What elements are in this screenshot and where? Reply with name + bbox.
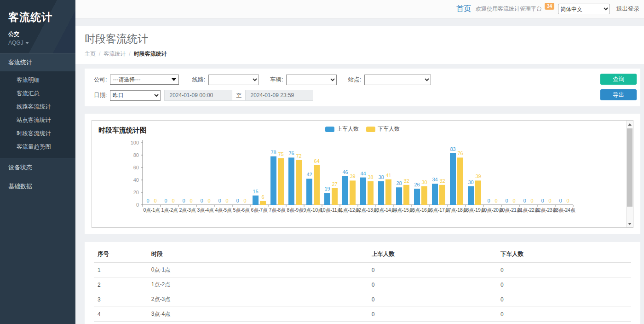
station-select[interactable] — [364, 75, 431, 85]
cell-period: 4点-5点 — [148, 322, 368, 324]
svg-text:38: 38 — [368, 174, 373, 180]
svg-text:64: 64 — [314, 158, 319, 164]
cell-index: 5 — [94, 322, 148, 324]
svg-text:15: 15 — [253, 189, 258, 194]
date-range-separator: 至 — [232, 90, 245, 101]
vehicle-label: 车辆: — [270, 76, 283, 84]
company-switcher[interactable]: AQGJ — [8, 40, 75, 46]
svg-text:0: 0 — [512, 198, 515, 203]
sidebar-item-station-stats[interactable]: 站点客流统计 — [0, 114, 75, 127]
sidebar-brand: 客流统计 公交 AQGJ — [0, 0, 75, 53]
svg-text:75: 75 — [278, 151, 283, 157]
breadcrumb-home[interactable]: 主页 — [85, 51, 96, 57]
cell-boarding: 0 — [368, 322, 497, 324]
logout-link[interactable]: 退出登录 — [616, 5, 639, 13]
filter-actions: 查询 导出 — [600, 74, 637, 100]
table-header-row: 序号 时段 上车人数 下车人数 — [94, 246, 631, 263]
cell-boarding: 0 — [368, 307, 497, 322]
legend-label-boarding: 上车人数 — [337, 125, 359, 133]
svg-text:32: 32 — [403, 178, 409, 184]
cell-index: 3 — [94, 292, 148, 307]
svg-text:28: 28 — [396, 180, 402, 186]
sidebar-item-flow-trend[interactable]: 客流量趋势图 — [0, 140, 75, 154]
svg-text:78: 78 — [270, 150, 276, 155]
filter-row-1: 公司: ---请选择--- 线路: 车辆: 站点: — [91, 74, 634, 85]
sidebar-item-passenger-stats-group[interactable]: 客流统计 — [0, 53, 75, 71]
svg-text:30: 30 — [468, 179, 473, 185]
legend-item-alighting[interactable]: 下车人数 — [366, 125, 400, 133]
svg-text:60: 60 — [133, 165, 139, 170]
svg-text:19: 19 — [324, 186, 330, 191]
svg-text:100: 100 — [131, 140, 139, 145]
svg-text:23点-24点: 23点-24点 — [553, 207, 575, 213]
svg-text:39: 39 — [350, 174, 355, 179]
col-header-index: 序号 — [94, 246, 148, 263]
date-preset-select[interactable]: 昨日 — [110, 90, 161, 101]
svg-text:27: 27 — [332, 181, 337, 187]
scrollbar-thumb[interactable] — [627, 128, 632, 207]
svg-text:0: 0 — [136, 202, 139, 208]
vehicle-select[interactable] — [286, 75, 337, 85]
svg-text:20: 20 — [133, 190, 139, 195]
scrollbar-up-button[interactable] — [627, 121, 633, 127]
svg-text:3点-4点: 3点-4点 — [197, 207, 214, 213]
sidebar-item-period-stats[interactable]: 时段客流统计 — [0, 127, 75, 140]
svg-text:0: 0 — [190, 198, 192, 203]
page-title: 时段客流统计 — [85, 32, 635, 46]
home-link[interactable]: 首页 — [456, 4, 471, 14]
cell-alighting: 0 — [497, 292, 631, 307]
table-row: 21点-2点00 — [94, 278, 631, 292]
breadcrumb-separator: / — [99, 51, 100, 57]
cell-period: 0点-1点 — [148, 263, 368, 278]
date-from-input[interactable] — [164, 90, 232, 101]
chart-panel: 时段车流统计图 上车人数 下车人数 0204060801000点-1点001点-… — [85, 114, 640, 234]
svg-text:8点-9点: 8点-9点 — [287, 207, 304, 213]
legend-item-boarding[interactable]: 上车人数 — [325, 125, 359, 133]
svg-text:0: 0 — [200, 198, 203, 203]
main-area: 首页 欢迎使用客流统计管理平台 34 简体中文 退出登录 时段客流统计 主页/客… — [75, 0, 644, 324]
search-button[interactable]: 查询 — [600, 74, 637, 85]
sidebar-item-device-status[interactable]: 设备状态 — [0, 158, 75, 177]
company-select[interactable]: ---请选择--- — [110, 75, 179, 85]
bar-chart: 0204060801000点-1点001点-2点002点-3点003点-4点00… — [92, 138, 626, 226]
svg-text:0: 0 — [548, 198, 551, 203]
svg-text:44: 44 — [360, 171, 366, 176]
company-name: 公交 — [8, 30, 75, 38]
svg-text:0: 0 — [154, 198, 156, 203]
svg-text:0: 0 — [172, 198, 174, 203]
svg-text:39: 39 — [475, 174, 481, 179]
welcome-text: 欢迎使用客流统计管理平台 — [476, 5, 542, 13]
breadcrumb-separator: / — [129, 51, 130, 57]
svg-text:76: 76 — [288, 150, 294, 156]
sidebar-item-line-stats[interactable]: 线路客流统计 — [0, 100, 75, 114]
language-select[interactable]: 简体中文 — [558, 4, 610, 14]
svg-text:2点-3点: 2点-3点 — [179, 207, 196, 213]
svg-text:5点-6点: 5点-6点 — [233, 207, 250, 213]
app-logo: 客流统计 — [8, 10, 75, 24]
svg-text:6: 6 — [261, 194, 264, 200]
chart-vertical-scrollbar[interactable] — [626, 121, 633, 227]
cell-index: 4 — [94, 307, 148, 322]
export-button[interactable]: 导出 — [600, 89, 637, 100]
notification-badge: 34 — [545, 3, 554, 10]
svg-text:0: 0 — [225, 198, 228, 203]
breadcrumb: 主页/客流统计/时段客流统计 — [85, 50, 635, 58]
cell-period: 2点-3点 — [148, 292, 368, 307]
svg-text:0: 0 — [487, 198, 490, 203]
svg-text:0: 0 — [218, 198, 221, 203]
date-to-input[interactable] — [245, 90, 313, 101]
svg-text:0: 0 — [243, 198, 246, 203]
topbar: 首页 欢迎使用客流统计管理平台 34 简体中文 退出登录 — [75, 0, 644, 18]
sidebar-item-passenger-detail[interactable]: 客流明细 — [0, 74, 75, 87]
line-select[interactable] — [208, 75, 259, 85]
table-row: 54点-5点00 — [94, 322, 631, 324]
svg-text:1点-2点: 1点-2点 — [161, 207, 178, 213]
sidebar-item-passenger-summary[interactable]: 客流汇总 — [0, 87, 75, 100]
svg-text:0: 0 — [146, 198, 149, 203]
sidebar-item-base-data[interactable]: 基础数据 — [0, 177, 75, 196]
svg-text:0: 0 — [559, 198, 562, 203]
svg-text:6点-7点: 6点-7点 — [251, 207, 268, 213]
breadcrumb-passenger-stats[interactable]: 客流统计 — [104, 51, 126, 57]
svg-text:38: 38 — [378, 174, 384, 180]
scrollbar-down-button[interactable] — [627, 220, 633, 227]
